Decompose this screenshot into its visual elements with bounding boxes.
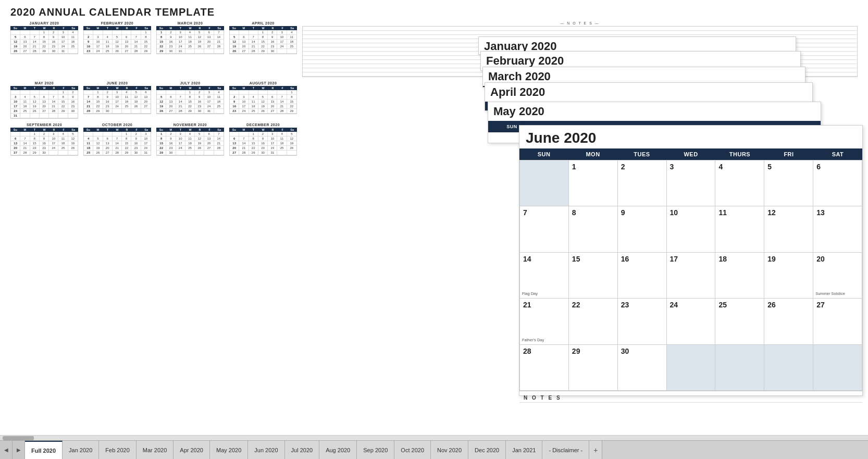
tab-feb-2020[interactable]: Feb 2020	[99, 441, 136, 459]
june-cell-10: 10	[667, 206, 716, 252]
june-cell-14: 14Flag Day	[520, 253, 569, 299]
june-title: June 2020	[519, 126, 862, 148]
add-tab-button[interactable]: +	[589, 441, 602, 459]
june-cell-1: 1	[569, 160, 618, 206]
june-cell-20: 20Summer Solstice	[813, 253, 862, 299]
june-cell-23: 23	[618, 299, 667, 344]
mini-calendar-july2020: JULY 2020SuMTWRFSa1234567891011121314151…	[156, 81, 224, 119]
mini-calendar-march2020: MARCH 2020SuMTWRFSa123456789101112131415…	[156, 21, 224, 77]
tab-full-2020[interactable]: Full 2020	[25, 441, 63, 459]
mini-calendar-june2020: JUNE 2020SuMTWRFSa1234567891011121314151…	[83, 81, 151, 119]
tab-prev-button[interactable]: ◀	[0, 441, 13, 459]
tab-jun-2020[interactable]: Jun 2020	[248, 441, 284, 459]
april-card-title: April 2020	[485, 83, 812, 102]
june-cell-9: 9	[618, 206, 667, 252]
mini-calendar-december2020: DECEMBER 2020SuMTWRFSa123456789101112131…	[229, 123, 297, 156]
tab-bar: ◀ ▶ Full 2020Jan 2020Feb 2020Mar 2020Apr…	[0, 440, 868, 459]
tab-jul-2020[interactable]: Jul 2020	[285, 441, 320, 459]
june-cell-29: 29	[569, 345, 618, 391]
mini-calendar-february2020: FEBRUARY 2020SuMTWRFSa123456789101112131…	[83, 21, 151, 77]
june-cell-16: 16	[618, 253, 667, 299]
notes-label: N O T E S	[519, 393, 862, 402]
june-cell-13: 13	[813, 206, 862, 252]
mini-calendar-january2020: JANUARY 2020SuMTWRFSa1234567891011121314…	[10, 21, 78, 77]
june-cell-26: 26	[764, 299, 813, 344]
june-cell-5: 5	[764, 160, 813, 206]
tab-next-button[interactable]: ▶	[13, 441, 25, 459]
mini-calendar-september2020: SEPTEMBER 2020SuMTWRFSa12345678910111213…	[10, 123, 78, 156]
tab-mar-2020[interactable]: Mar 2020	[137, 441, 173, 459]
mini-calendar-april2020: APRIL 2020SuMTWRFSa123456789101112131415…	[229, 21, 297, 77]
stacked-area: January 2020 SUNMONTUESWEDTHURSFRISAT Fe…	[477, 5, 868, 401]
june-cell-30: 30	[618, 345, 667, 391]
june-cell-15: 15	[569, 253, 618, 299]
june-cell-27: 27	[813, 299, 862, 344]
tab-oct-2020[interactable]: Oct 2020	[394, 441, 431, 459]
june-cell-empty-4-4	[715, 345, 764, 391]
june-cell-25: 25	[715, 299, 764, 344]
june-cell-7: 7	[520, 206, 569, 252]
june-cell-17: 17	[667, 253, 716, 299]
june-cell-21: 21Father's Day	[520, 299, 569, 344]
june-cell-24: 24	[667, 299, 716, 344]
june-cell-empty-0-0	[520, 160, 569, 206]
may-card-title: May 2020	[488, 102, 821, 121]
june-cell-11: 11	[715, 206, 764, 252]
tab-sep-2020[interactable]: Sep 2020	[357, 441, 394, 459]
june-body: 1234567891011121314Flag Day151617181920S…	[519, 160, 862, 391]
june-card: June 2020 SUNMONTUESWEDTHURSFRISAT 12345…	[519, 125, 863, 396]
june-cell-28: 28	[520, 345, 569, 391]
tab-apr-2020[interactable]: Apr 2020	[173, 441, 210, 459]
june-cell-empty-4-3	[667, 345, 716, 391]
mini-calendar-november2020: NOVEMBER 2020SuMTWRFSa123456789101112131…	[156, 123, 224, 156]
notes-area	[519, 402, 862, 431]
june-cell-19: 19	[764, 253, 813, 299]
tab---disclaimer--[interactable]: - Disclaimer -	[542, 441, 589, 459]
june-cell-18: 18	[715, 253, 764, 299]
horizontal-scrollbar[interactable]	[0, 435, 868, 440]
scrollbar-thumb[interactable]	[3, 436, 34, 440]
tab-aug-2020[interactable]: Aug 2020	[319, 441, 357, 459]
tab-nov-2020[interactable]: Nov 2020	[431, 441, 468, 459]
june-cell-22: 22	[569, 299, 618, 344]
june-cell-2: 2	[618, 160, 667, 206]
tab-may-2020[interactable]: May 2020	[210, 441, 248, 459]
june-cell-4: 4	[715, 160, 764, 206]
june-cell-6: 6	[813, 160, 862, 206]
mini-calendar-october2020: OCTOBER 2020SuMTWRFSa1234567891011121314…	[83, 123, 151, 156]
june-cell-12: 12	[764, 206, 813, 252]
mini-calendar-august2020: AUGUST 2020SuMTWRFSa12345678910111213141…	[229, 81, 297, 119]
mini-calendar-may2020: MAY 2020SuMTWRFSa12345678910111213141516…	[10, 81, 78, 119]
june-cell-3: 3	[667, 160, 716, 206]
tab-jan-2020[interactable]: Jan 2020	[63, 441, 99, 459]
tab-dec-2020[interactable]: Dec 2020	[468, 441, 506, 459]
june-cell-empty-4-5	[764, 345, 813, 391]
june-header: SUNMONTUESWEDTHURSFRISAT	[519, 148, 862, 160]
june-cell-8: 8	[569, 206, 618, 252]
june-cell-empty-4-6	[813, 345, 862, 391]
tab-jan-2021[interactable]: Jan 2021	[506, 441, 542, 459]
